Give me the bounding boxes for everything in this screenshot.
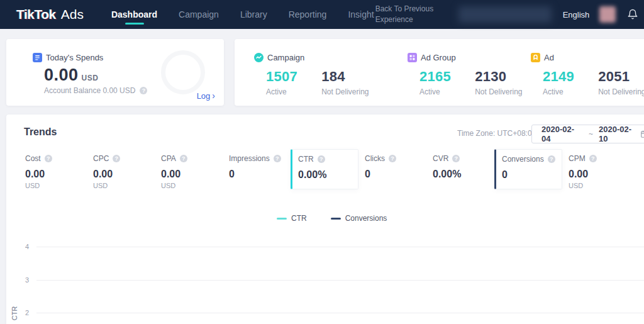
info-icon[interactable]: ? xyxy=(318,155,325,163)
metric-tiles-row: Cost? 0.00 USD CPC? 0.00 USD CPA? 0.00 U… xyxy=(19,149,630,189)
info-glyph: ? xyxy=(275,155,279,162)
y-axis-label: CTR xyxy=(11,304,18,323)
metric-unit: USD xyxy=(93,182,155,189)
spends-card-title: Today's Spends xyxy=(46,53,103,62)
metric-value: 0.00 xyxy=(93,169,155,180)
campaign-nd-value: 184 xyxy=(321,69,369,85)
metric-unit: USD xyxy=(161,182,223,189)
ad-nd-value: 2051 xyxy=(598,69,644,85)
metric-tile-impressions[interactable]: Impressions? 0 xyxy=(223,149,291,189)
decorative-ring xyxy=(161,50,205,94)
tiktok-ads-logo[interactable]: TikTok Ads xyxy=(16,7,84,22)
date-start: 2020-02-04 xyxy=(541,125,583,143)
adgroup-group-title: Ad Group xyxy=(421,53,456,62)
nav-tab-campaign[interactable]: Campaign xyxy=(177,1,220,28)
info-glyph: ? xyxy=(591,155,595,162)
metric-value: 0.00% xyxy=(298,169,358,181)
date-range-picker[interactable]: 2020-02-04 ~ 2020-02-10 xyxy=(531,125,644,143)
info-glyph: ? xyxy=(550,156,553,162)
language-selector[interactable]: English xyxy=(563,10,590,20)
notification-bell-icon[interactable] xyxy=(626,8,640,21)
metric-tile-conversions-selected[interactable]: Conversions? 0 xyxy=(494,149,562,189)
metric-label: CTR xyxy=(298,155,314,164)
legend-item-conversions[interactable]: Conversions xyxy=(331,214,387,223)
info-icon[interactable]: ? xyxy=(548,155,555,163)
back-to-previous-link[interactable]: Back To Previous Experience xyxy=(375,4,448,25)
metric-tile-clicks[interactable]: Clicks? 0 xyxy=(358,149,426,189)
date-end: 2020-02-10 xyxy=(599,125,640,143)
ad-active-value: 2149 xyxy=(543,69,574,85)
info-icon[interactable]: ? xyxy=(452,155,460,162)
account-balance-label: Account Balance 0.00 USD xyxy=(44,86,135,95)
metric-tile-cpm[interactable]: CPM? 0.00 USD xyxy=(562,149,630,189)
ad-group-title: Ad xyxy=(544,53,554,62)
info-glyph: ? xyxy=(142,87,146,94)
adgroup-stats-group: Ad Group 2165 Active 2130 Not Delivering xyxy=(408,53,547,96)
nav-tab-reporting[interactable]: Reporting xyxy=(287,1,328,28)
spends-icon xyxy=(33,53,42,62)
metric-label: Clicks xyxy=(365,154,385,163)
legend-label: CTR xyxy=(291,214,307,223)
legend-item-ctr[interactable]: CTR xyxy=(277,214,307,223)
campaign-nd-label: Not Delivering xyxy=(321,87,369,96)
log-link[interactable]: Log› xyxy=(197,91,215,101)
ad-stats-group: Ad 2149 Active 2051 Not Delivering xyxy=(531,53,644,96)
entity-stats-card: Campaign 1507 Active 184 Not Delivering … xyxy=(235,39,644,106)
info-icon[interactable]: ? xyxy=(389,155,396,162)
metric-tile-cost[interactable]: Cost? 0.00 USD xyxy=(19,149,87,189)
metric-value: 0.00 xyxy=(25,169,87,180)
adgroup-icon xyxy=(408,53,417,62)
ad-icon xyxy=(531,53,540,62)
metric-label: Conversions xyxy=(502,155,544,164)
adgroup-active-stat: 2165 Active xyxy=(419,69,451,96)
spend-amount-value: 0.00 xyxy=(44,65,79,84)
todays-spends-card: Today's Spends 0.00USD Account Balance 0… xyxy=(6,39,224,106)
metric-label: Cost xyxy=(25,154,41,163)
spend-currency: USD xyxy=(82,74,99,82)
account-selector-blurred[interactable] xyxy=(458,6,552,23)
calendar-icon xyxy=(640,130,644,138)
y-axis-tick: 4 xyxy=(15,243,29,250)
metric-label: CPC xyxy=(93,154,109,163)
adgroup-nd-value: 2130 xyxy=(475,69,522,85)
metric-unit: USD xyxy=(569,182,630,189)
conversions-line-swatch xyxy=(331,218,341,220)
metric-tile-cpc[interactable]: CPC? 0.00 USD xyxy=(87,149,155,189)
nav-tab-library[interactable]: Library xyxy=(239,1,269,28)
adgroup-active-value: 2165 xyxy=(419,69,451,85)
metric-tile-ctr-selected[interactable]: CTR? 0.00% xyxy=(291,149,358,189)
balance-info-icon[interactable]: ? xyxy=(140,87,147,94)
campaign-active-value: 1507 xyxy=(266,69,297,85)
avatar[interactable] xyxy=(599,6,616,23)
chart-legend: CTR Conversions xyxy=(277,214,387,223)
adgroup-nd-label: Not Delivering xyxy=(475,87,522,96)
info-icon[interactable]: ? xyxy=(45,155,52,162)
info-icon[interactable]: ? xyxy=(113,155,120,162)
gridline xyxy=(36,247,644,247)
main-nav: Dashboard Campaign Library Reporting Ins… xyxy=(110,1,375,28)
ad-notdelivering-stat: 2051 Not Delivering xyxy=(598,69,644,96)
campaign-active-label: Active xyxy=(266,87,297,96)
metric-label: CPM xyxy=(569,154,586,163)
spend-amount: 0.00USD xyxy=(44,65,98,85)
top-navbar: TikTok Ads Dashboard Campaign Library Re… xyxy=(0,0,644,29)
y-axis-tick: 3 xyxy=(15,276,29,284)
info-icon[interactable]: ? xyxy=(180,155,187,162)
metric-tile-cpa[interactable]: CPA? 0.00 USD xyxy=(155,149,223,189)
metric-tile-cvr[interactable]: CVR? 0.00% xyxy=(426,149,494,189)
timezone-label: Time Zone: UTC+08:00 xyxy=(457,129,536,138)
date-separator: ~ xyxy=(589,130,593,138)
nav-tab-dashboard[interactable]: Dashboard xyxy=(110,1,158,28)
chevron-right-icon: › xyxy=(212,91,215,101)
metric-value: 0 xyxy=(365,169,426,180)
nav-tab-insight[interactable]: Insight xyxy=(347,1,375,28)
metric-value: 0.00% xyxy=(433,169,494,180)
ad-active-stat: 2149 Active xyxy=(543,69,574,96)
campaign-stats-group: Campaign 1507 Active 184 Not Delivering xyxy=(254,53,393,96)
gridline xyxy=(36,313,644,313)
info-icon[interactable]: ? xyxy=(274,155,281,162)
trends-panel: Trends Time Zone: UTC+08:00 2020-02-04 ~… xyxy=(6,115,644,324)
metric-value: 0.00 xyxy=(161,169,223,180)
metric-value: 0.00 xyxy=(569,169,630,180)
info-icon[interactable]: ? xyxy=(589,155,597,162)
